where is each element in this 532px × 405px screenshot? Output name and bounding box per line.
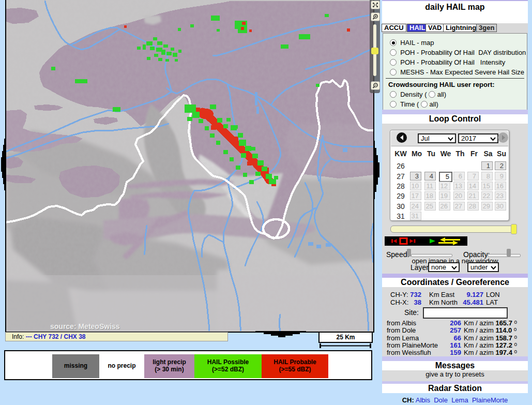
svg-text:source: MeteoSwiss: source: MeteoSwiss: [50, 322, 120, 331]
